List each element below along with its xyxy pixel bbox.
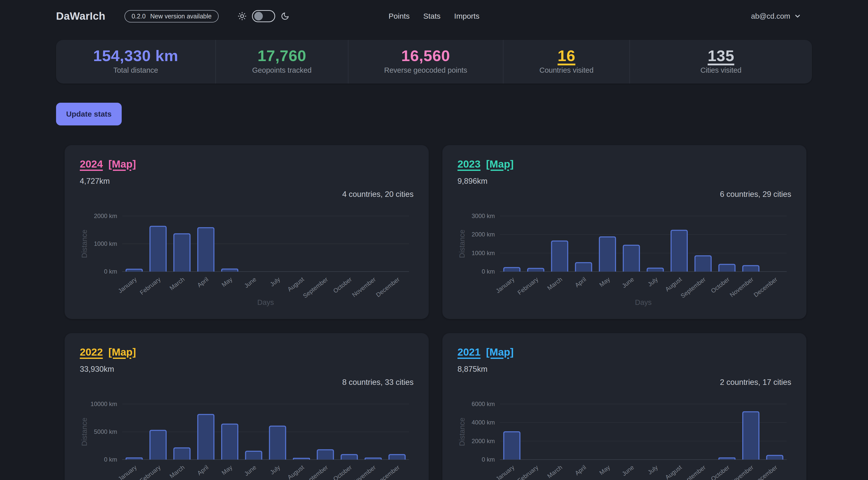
app-logo[interactable]: DaWarIch	[56, 10, 105, 22]
year-cards-grid: 2024 [Map] 4,727km 4 countries, 20 citie…	[56, 145, 812, 480]
svg-text:October: October	[710, 276, 731, 294]
year-map-link-2021[interactable]: [Map]	[486, 346, 514, 358]
svg-text:1000 km: 1000 km	[472, 250, 495, 256]
svg-text:August: August	[286, 276, 306, 292]
nav-link-imports[interactable]: Imports	[454, 12, 479, 21]
year-map-link-2024[interactable]: [Map]	[108, 158, 136, 170]
svg-text:1000 km: 1000 km	[94, 240, 117, 247]
version-badge[interactable]: 0.2.0 New version available	[124, 10, 219, 23]
year-summary: 8 countries, 33 cities	[80, 378, 413, 387]
stat-reverse-geocoded-label: Reverse geocoded points	[384, 66, 467, 74]
year-map-link-2022[interactable]: [Map]	[108, 346, 136, 358]
stat-geopoints: 17,760 Geopoints tracked	[215, 40, 348, 84]
theme-toggle-switch[interactable]	[252, 10, 275, 22]
stat-countries: 16 Countries visited	[503, 40, 629, 84]
year-summary: 2 countries, 17 cities	[458, 378, 791, 387]
svg-text:September: September	[679, 464, 707, 480]
toggle-knob	[254, 12, 263, 21]
svg-text:October: October	[710, 464, 731, 480]
svg-text:September: September	[302, 464, 329, 480]
svg-text:March: March	[546, 276, 563, 291]
svg-text:February: February	[138, 276, 162, 296]
year-link-2022[interactable]: 2022	[80, 346, 103, 358]
svg-text:May: May	[598, 276, 611, 288]
svg-text:February: February	[516, 276, 539, 296]
sun-icon	[238, 12, 246, 21]
svg-text:April: April	[196, 276, 210, 289]
user-email: ab@cd.com	[751, 12, 790, 21]
year-summary: 4 countries, 20 cities	[80, 190, 413, 199]
svg-text:Days: Days	[257, 298, 274, 307]
update-stats-button[interactable]: Update stats	[56, 103, 122, 125]
svg-text:February: February	[516, 464, 539, 480]
svg-text:October: October	[332, 276, 353, 294]
svg-text:June: June	[243, 464, 257, 477]
stat-countries-value[interactable]: 16	[558, 48, 576, 64]
stat-total-distance-label: Total distance	[113, 66, 158, 74]
nav-link-points[interactable]: Points	[389, 12, 409, 21]
year-card-2021: 2021 [Map] 8,875km 2 countries, 17 citie…	[442, 333, 806, 480]
year-distance: 33,930km	[80, 365, 413, 374]
svg-text:10000 km: 10000 km	[91, 401, 117, 407]
svg-text:June: June	[621, 464, 635, 477]
nav-link-stats[interactable]: Stats	[423, 12, 440, 21]
year-card-title: 2022 [Map]	[80, 346, 413, 358]
svg-text:2000 km: 2000 km	[472, 438, 495, 444]
year-distance: 8,875km	[458, 365, 791, 374]
year-link-2024[interactable]: 2024	[80, 158, 103, 170]
svg-text:May: May	[220, 464, 234, 476]
year-link-2023[interactable]: 2023	[458, 158, 480, 170]
svg-text:December: December	[375, 276, 401, 298]
svg-text:April: April	[574, 276, 587, 289]
year-card-2023: 2023 [Map] 9,896km 6 countries, 29 citie…	[442, 145, 806, 319]
year-card-title: 2024 [Map]	[80, 158, 413, 170]
stat-cities: 135 Cities visited	[629, 40, 812, 84]
stat-countries-label: Countries visited	[539, 66, 593, 74]
version-badge-label: New version available	[150, 12, 212, 20]
year-card-title: 2021 [Map]	[458, 346, 791, 358]
stat-cities-value[interactable]: 135	[708, 48, 734, 64]
svg-text:Distance: Distance	[458, 230, 466, 258]
user-menu-button[interactable]: ab@cd.com	[748, 11, 804, 21]
year-link-2021[interactable]: 2021	[458, 346, 480, 358]
svg-text:March: March	[168, 276, 186, 291]
svg-text:August: August	[664, 276, 683, 292]
svg-text:December: December	[375, 464, 401, 480]
chevron-down-icon	[794, 12, 801, 20]
year-distance: 9,896km	[458, 177, 791, 186]
top-navbar: DaWarIch 0.2.0 New version available	[0, 0, 868, 32]
svg-text:September: September	[679, 276, 707, 299]
year-distance-chart-2023: 0 km1000 km2000 km3000 kmDistanceJanuary…	[458, 202, 791, 307]
stat-reverse-geocoded-value: 16,560	[401, 48, 450, 64]
svg-text:2000 km: 2000 km	[472, 231, 495, 238]
svg-text:Distance: Distance	[80, 418, 88, 446]
svg-text:Distance: Distance	[80, 230, 88, 258]
year-summary: 6 countries, 29 cities	[458, 190, 791, 199]
year-card-2022: 2022 [Map] 33,930km 8 countries, 33 citi…	[65, 333, 429, 480]
svg-text:2000 km: 2000 km	[94, 213, 117, 219]
svg-text:November: November	[351, 276, 377, 298]
svg-text:March: March	[168, 464, 186, 480]
year-distance-chart-2024: 0 km1000 km2000 kmDistanceJanuaryFebruar…	[80, 202, 413, 307]
svg-text:Distance: Distance	[458, 418, 466, 446]
svg-text:April: April	[574, 464, 587, 477]
svg-text:Days: Days	[635, 298, 652, 307]
svg-text:August: August	[664, 463, 683, 480]
svg-text:June: June	[243, 276, 257, 289]
year-map-link-2023[interactable]: [Map]	[486, 158, 514, 170]
header-left-group: DaWarIch 0.2.0 New version available	[56, 10, 289, 23]
svg-text:February: February	[138, 464, 162, 480]
svg-text:April: April	[196, 464, 210, 477]
stat-geopoints-value: 17,760	[257, 48, 306, 64]
svg-text:December: December	[752, 276, 779, 298]
svg-text:March: March	[546, 464, 563, 480]
svg-text:5000 km: 5000 km	[94, 428, 117, 435]
svg-text:November: November	[728, 276, 755, 298]
year-distance-chart-2022: 0 km5000 km10000 kmDistanceJanuaryFebrua…	[80, 390, 413, 480]
svg-text:0 km: 0 km	[482, 456, 495, 463]
svg-text:January: January	[495, 464, 516, 480]
svg-text:6000 km: 6000 km	[472, 401, 495, 407]
svg-text:May: May	[220, 276, 234, 288]
stat-total-distance: 154,330 km Total distance	[56, 40, 215, 84]
svg-text:0 km: 0 km	[482, 268, 495, 275]
